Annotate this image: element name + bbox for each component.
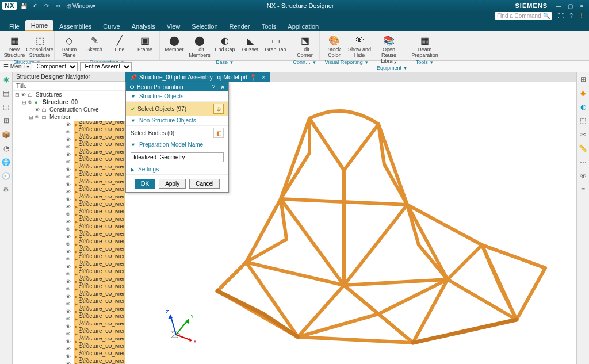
ribbon-beam-preparation[interactable]: ▦Beam Preparation [412,32,437,59]
member-row[interactable]: 👁▸Structure_00_Member_Round Tub [39,196,125,203]
model-3d[interactable] [194,95,563,348]
filter1-select[interactable]: Component [32,62,78,71]
prep-name-input[interactable] [131,152,224,162]
visibility-icon[interactable]: 👁 [28,99,35,105]
settings-header[interactable]: ▶Settings [126,164,228,175]
minimize-icon[interactable]: — [553,2,564,10]
fullscreen-icon[interactable]: ⛶ [556,12,566,20]
reuse-icon[interactable]: 📦 [2,130,11,139]
help-icon[interactable]: ? [566,12,576,20]
visibility-icon[interactable]: 👁 [66,249,72,255]
member-row[interactable]: 👁▸Structure_00_Member_Round Tub [39,203,125,210]
member-row[interactable]: 👁▸Structure_00_Member_Round Tub [39,308,125,315]
ribbon-group-label[interactable]: Equipment ▼ [377,64,407,71]
measure-icon[interactable]: 📏 [579,144,588,153]
command-search[interactable]: Find a Command 🔍 [495,12,552,20]
visibility-icon[interactable]: 👁 [66,159,72,165]
shade-icon[interactable]: ◐ [579,102,588,112]
visibility-icon[interactable]: 👁 [66,346,72,352]
menu-tab-tools[interactable]: Tools [256,21,282,31]
navigator-tree[interactable]: ⊟👁🗀Structures⊟👁●Structure_00👁🗀Constructi… [13,91,125,364]
member-row[interactable]: 👁▸Structure_00_Member_Round Tub [39,233,125,240]
member-row[interactable]: 👁▸Structure_00_Member_Round Tub [39,270,125,278]
menu-tab-assemblies[interactable]: Assemblies [53,21,97,31]
cancel-button[interactable]: Cancel [189,179,220,189]
pin-icon[interactable]: 📌 [130,74,137,81]
visibility-icon[interactable]: 👁 [66,174,72,180]
nav-icon[interactable]: ◉ [2,75,11,84]
tree-row[interactable]: ⊟👁🗀Member [13,113,125,121]
visibility-icon[interactable]: 👁 [66,286,72,292]
tree-toggle-icon[interactable]: ⊟ [15,92,21,98]
menu-tab-home[interactable]: Home [25,20,53,31]
visibility-icon[interactable]: 👁 [66,256,72,262]
member-row[interactable]: 👁▸Structure_00_Member_Round Tub [39,255,125,263]
member-row[interactable]: 👁▸Structure_00_Member_Square Tub [39,143,125,151]
ribbon-member[interactable]: ⬤Member [162,32,186,53]
member-row[interactable]: 👁▸Structure_00_Member_Round Tub [39,166,125,173]
ribbon-datum-plane[interactable]: ◇Datum Plane [57,32,81,59]
member-row[interactable]: 👁▸Structure_00_Member_Round Tub [39,293,125,300]
ribbon-show-and-hide[interactable]: 👁Show and Hide [347,32,372,59]
ribbon-frame[interactable]: ▣Frame [133,32,157,53]
visibility-icon[interactable]: 👁 [66,189,72,195]
non-structure-header[interactable]: ▼Non-Structure Objects [126,116,228,126]
ribbon-new-structure[interactable]: ▦New Structure [2,32,26,59]
menu-tab-application[interactable]: Application [282,21,324,31]
layer-icon[interactable]: ≡ [579,185,588,194]
restore-icon[interactable]: ▢ [565,2,575,10]
visibility-icon[interactable]: 👁 [66,137,72,143]
member-row[interactable]: 👁▸Structure_00_Member_Round Tub [39,210,125,218]
menu-tab-analysis[interactable]: Analysis [126,21,161,31]
ribbon-group-label[interactable]: Base ▼ [162,59,288,66]
menu-dropdown[interactable]: ☰ Menu ▾ [3,63,29,70]
visibility-icon[interactable]: 👁 [35,114,41,120]
member-row[interactable]: 👁▸Structure_00_Member_Round Tub [39,360,125,364]
member-row[interactable]: 👁▸Structure_00_Member_Square Tub [39,158,125,166]
undo-icon[interactable]: ↶ [30,1,40,10]
visibility-icon[interactable]: 👁 [66,324,72,329]
member-row[interactable]: 👁▸Structure_00_Member_Round Tub [39,181,125,188]
tree-toggle-icon[interactable]: ⊟ [22,99,28,105]
system-icon[interactable]: ⚙ [2,185,11,194]
filter2-select[interactable]: Entire Assembly [80,62,132,71]
dialog-titlebar[interactable]: ⚙ Beam Preparation ? ✕ [126,82,228,91]
visibility-icon[interactable]: 👁 [66,316,72,322]
member-row[interactable]: 👁▸Structure_00_Member_Round Tub [39,300,125,308]
visibility-icon[interactable]: 👁 [66,264,72,270]
member-row[interactable]: 👁▸Structure_00_Member_Square Tub [39,128,125,136]
tab-pin-icon[interactable]: 📍 [250,74,257,81]
constraint-icon[interactable]: ⊞ [2,116,11,125]
member-row[interactable]: 👁▸Structure_00_Member_Round Tub [39,352,125,360]
visibility-icon[interactable]: 👁 [66,234,72,240]
cube-icon[interactable]: ◧ [213,128,224,138]
visibility-icon[interactable]: 👁 [66,301,72,307]
member-row[interactable]: 👁▸Structure_00_Member_Round Tub [39,278,125,285]
ribbon-group-label[interactable]: Conn… ▼ [293,59,317,66]
visibility-icon[interactable]: 👁 [66,129,72,135]
tree-row[interactable]: ⊟👁●Structure_00 [13,98,125,106]
tree-row[interactable]: ⊟👁🗀Structures [13,91,125,98]
visibility-icon[interactable]: 👁 [66,331,72,337]
redo-icon[interactable]: ↷ [42,1,51,10]
member-row[interactable]: 👁▸Structure_00_Member_Round Tub [39,323,125,330]
tab-close-icon[interactable]: ✕ [261,74,266,81]
visibility-icon[interactable]: 👁 [66,167,72,173]
history-icon[interactable]: 🕘 [2,171,11,181]
view-triad[interactable]: X Y Z [160,303,206,349]
ribbon-end-cap[interactable]: ◐End Cap [213,32,237,53]
menu-tab-render[interactable]: Render [224,21,256,31]
save-icon[interactable]: 💾 [19,1,28,10]
ribbon-edit-corner[interactable]: ⬔Edit Corner [293,32,317,59]
ribbon-grab-tab[interactable]: ▭Grab Tab [263,32,288,53]
visibility-icon[interactable]: 👁 [66,144,72,150]
ribbon-open-reuse-library[interactable]: 📚Open Reuse Library [377,32,401,64]
part-nav-icon[interactable]: ▤ [2,89,11,98]
ribbon-sketch[interactable]: ✎Sketch [82,32,106,53]
view-icon[interactable]: ◆ [579,89,588,98]
dialog-close-icon[interactable]: ✕ [220,84,225,90]
visibility-icon[interactable]: 👁 [66,197,72,202]
visibility-icon[interactable]: 👁 [66,309,72,315]
visibility-icon[interactable]: 👁 [21,92,28,98]
cut-icon[interactable]: ✂ [53,1,63,10]
